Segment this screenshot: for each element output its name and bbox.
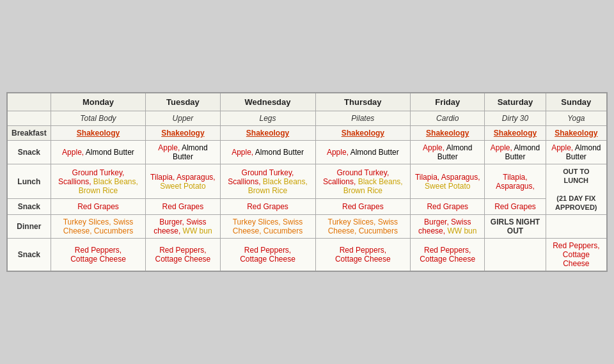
snack1-wednesday: Apple, Almond Butter	[220, 141, 315, 164]
workout-row: Total Body Upper Legs Pilates Cardio Dir…	[7, 111, 607, 126]
workout-label	[7, 111, 51, 126]
workout-thursday: Pilates	[315, 111, 411, 126]
lunch-saturday: Tilapia, Asparagus,	[485, 164, 546, 199]
workout-saturday: Dirty 30	[485, 111, 546, 126]
snack3-sunday: Red Peppers,Cottage Cheese	[546, 239, 607, 272]
empty-header	[7, 93, 51, 111]
workout-tuesday: Upper	[146, 111, 220, 126]
dinner-label: Dinner	[7, 215, 51, 239]
snack1-saturday: Apple, Almond Butter	[485, 141, 546, 164]
header-tuesday: Tuesday	[146, 93, 220, 111]
snack3-tuesday: Red Peppers,Cottage Cheese	[146, 239, 220, 272]
dinner-wednesday: Turkey Slices, Swiss Cheese, Cucumbers	[220, 215, 315, 239]
snack2-label: Snack	[7, 199, 51, 215]
lunch-label: Lunch	[7, 164, 51, 199]
lunch-thursday: Ground Turkey, Scallions, Black Beans, B…	[315, 164, 411, 199]
snack3-saturday	[485, 239, 546, 272]
snack1-friday: Apple, Almond Butter	[411, 141, 485, 164]
breakfast-thursday: Shakeology	[315, 126, 411, 141]
header-thursday: Thursday	[315, 93, 411, 111]
meal-plan-table: Monday Tuesday Wednesday Thursday Friday…	[6, 92, 608, 272]
snack3-friday: Red Peppers,Cottage Cheese	[411, 239, 485, 272]
snack1-label: Snack	[7, 141, 51, 164]
header-saturday: Saturday	[485, 93, 546, 111]
breakfast-wednesday: Shakeology	[220, 126, 315, 141]
snack2-friday: Red Grapes	[411, 199, 485, 215]
workout-friday: Cardio	[411, 111, 485, 126]
snack1-sunday: Apple, Almond Butter	[546, 141, 607, 164]
breakfast-saturday: Shakeology	[485, 126, 546, 141]
snack3-monday: Red Peppers,Cottage Cheese	[51, 239, 146, 272]
snack2-wednesday: Red Grapes	[220, 199, 315, 215]
breakfast-tuesday: Shakeology	[146, 126, 220, 141]
snack1-monday: Apple, Almond Butter	[51, 141, 146, 164]
snack1-tuesday: Apple, Almond Butter	[146, 141, 220, 164]
dinner-row: Dinner Turkey Slices, Swiss Cheese, Cucu…	[7, 215, 607, 239]
header-sunday: Sunday	[546, 93, 607, 111]
breakfast-sunday: Shakeology	[546, 126, 607, 141]
dinner-monday: Turkey Slices, Swiss Cheese, Cucumbers	[51, 215, 146, 239]
snack2-row: Snack Red Grapes Red Grapes Red Grapes R…	[7, 199, 607, 215]
lunch-row: Lunch Ground Turkey, Scallions, Black Be…	[7, 164, 607, 199]
snack3-row: Snack Red Peppers,Cottage Cheese Red Pep…	[7, 239, 607, 272]
breakfast-row: Breakfast Shakeology Shakeology Shakeolo…	[7, 126, 607, 141]
lunch-wednesday: Ground Turkey, Scallions, Black Beans, B…	[220, 164, 315, 199]
breakfast-monday: Shakeology	[51, 126, 146, 141]
dinner-thursday: Turkey Slices, Swiss Cheese, Cucumbers	[315, 215, 411, 239]
snack1-row: Snack Apple, Almond Butter Apple, Almond…	[7, 141, 607, 164]
workout-monday: Total Body	[51, 111, 146, 126]
snack3-thursday: Red Peppers,Cottage Cheese	[315, 239, 411, 272]
lunch-tuesday: Tilapia, Asparagus, Sweet Potato	[146, 164, 220, 199]
dinner-sunday	[546, 215, 607, 239]
dinner-friday: Burger, Swiss cheese, WW bun	[411, 215, 485, 239]
snack2-saturday: Red Grapes	[485, 199, 546, 215]
breakfast-friday: Shakeology	[411, 126, 485, 141]
dinner-saturday: GIRLS NIGHT OUT	[485, 215, 546, 239]
workout-sunday: Yoga	[546, 111, 607, 126]
snack2-thursday: Red Grapes	[315, 199, 411, 215]
header-wednesday: Wednesday	[220, 93, 315, 111]
snack3-label: Snack	[7, 239, 51, 272]
header-monday: Monday	[51, 93, 146, 111]
lunch-sunday: OUT TOLUNCH(21 DAY FIXAPPROVED)	[546, 164, 607, 215]
days-header-row: Monday Tuesday Wednesday Thursday Friday…	[7, 93, 607, 111]
snack2-monday: Red Grapes	[51, 199, 146, 215]
snack1-thursday: Apple, Almond Butter	[315, 141, 411, 164]
lunch-friday: Tilapia, Asparagus, Sweet Potato	[411, 164, 485, 199]
snack2-tuesday: Red Grapes	[146, 199, 220, 215]
workout-wednesday: Legs	[220, 111, 315, 126]
dinner-tuesday: Burger, Swiss cheese, WW bun	[146, 215, 220, 239]
lunch-monday: Ground Turkey, Scallions, Black Beans, B…	[51, 164, 146, 199]
header-friday: Friday	[411, 93, 485, 111]
snack3-wednesday: Red Peppers,Cottage Cheese	[220, 239, 315, 272]
breakfast-label: Breakfast	[7, 126, 51, 141]
